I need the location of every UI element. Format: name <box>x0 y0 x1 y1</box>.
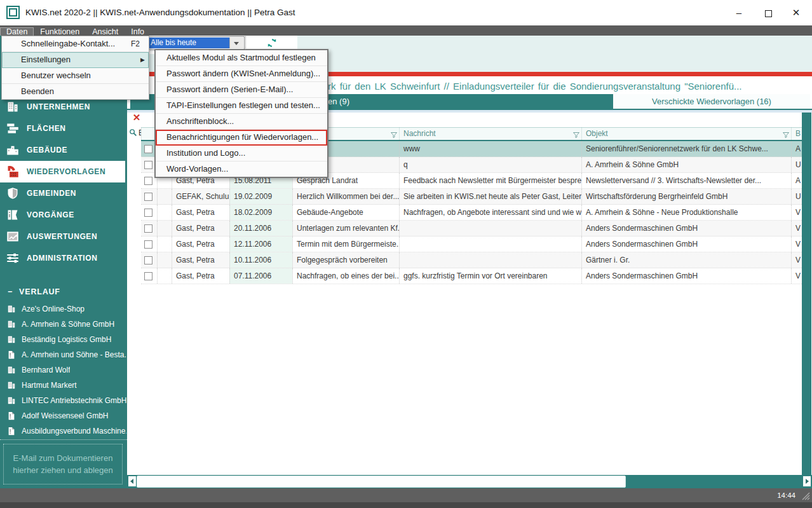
sidebar-module-item[interactable]: GEMEINDEN <box>0 182 127 204</box>
table-row[interactable]: Gast, Petra 20.11.2006 Unterlagen zum re… <box>141 221 802 237</box>
row-checkbox[interactable] <box>144 145 152 153</box>
submenu-item[interactable]: Word-Vorlagen... <box>156 161 327 177</box>
table-row[interactable]: Gast, Petra 18.02.2009 Gebäude-Angebote … <box>141 205 802 221</box>
horizontal-scroll-thumb[interactable] <box>137 476 626 488</box>
cell-subject: Termin mit dem Bürgermeiste... <box>292 237 399 252</box>
row-checkbox[interactable] <box>144 256 152 264</box>
cell-checkbox <box>141 189 157 204</box>
cell-checkbox <box>141 252 157 268</box>
cell-ref: V <box>791 221 802 236</box>
taskbar-edge <box>0 502 812 508</box>
verlauf-item[interactable]: Bernhard Wolf <box>0 362 127 378</box>
sidebar-module-item[interactable]: ADMINISTRATION <box>0 247 127 269</box>
cell-ref: V <box>791 268 802 284</box>
menu-item[interactable]: Schnelleingabe-Kontakt... F2 <box>2 36 149 52</box>
menu-item[interactable]: Einstellungen ▶ <box>2 52 149 68</box>
submenu-item[interactable]: Passwort ändern (KWISnet-Anmeldung)... <box>156 66 327 82</box>
collapse-icon[interactable]: − <box>8 287 13 296</box>
cell-message <box>399 252 581 268</box>
tab-sent-followups[interactable]: Verschickte Wiedervorlagen (16) <box>613 94 810 109</box>
verlauf-item[interactable]: A. Amrhein & Söhne GmbH <box>0 317 127 332</box>
horizontal-scrollbar[interactable] <box>127 475 812 488</box>
submenu-item[interactable]: Benachrichtigungen für Wiedervorlagen... <box>156 130 327 146</box>
cell-icon <box>157 237 172 252</box>
table-row[interactable]: Gast, Petra 10.11.2006 Folgegespräch vor… <box>141 252 802 268</box>
submenu-item[interactable]: Aktuelles Modul als Startmodul festlegen <box>156 50 327 66</box>
cell-icon <box>157 252 172 268</box>
row-checkbox[interactable] <box>144 161 152 169</box>
sidebar-module-item[interactable]: VORGÄNGE <box>0 204 127 226</box>
funnel-icon[interactable] <box>390 131 398 139</box>
submenu-item[interactable]: Institution und Logo... <box>156 146 327 161</box>
cell-ref: U <box>791 189 802 204</box>
cell-date: 19.02.2009 <box>229 189 292 204</box>
row-checkbox[interactable] <box>144 209 152 217</box>
clock: 14:44 <box>777 488 795 502</box>
company-icon <box>7 335 16 344</box>
grip-icon[interactable] <box>801 491 810 500</box>
minimize-button[interactable]: – <box>724 0 754 25</box>
dropdown-arrow-button[interactable] <box>229 38 243 48</box>
table-row[interactable]: GEFAK, Schulu... 19.02.2009 Herzlich Wil… <box>141 189 802 205</box>
scroll-right-arrow[interactable] <box>803 476 811 486</box>
verlauf-item[interactable]: Beständig Logistics GmbH <box>0 332 127 347</box>
daten-menu: Schnelleingabe-Kontakt... F2 Einstellung… <box>1 36 149 100</box>
table-row[interactable]: Gast, Petra 07.11.2006 Nachfragen, ob ei… <box>141 268 802 284</box>
verlauf-item[interactable]: LINTEC Antriebstechnik GmbH <box>0 393 127 408</box>
cell-subject: Nachfragen, ob eines der bei... <box>292 268 399 284</box>
period-filter-dropdown[interactable]: Alle bis heute <box>146 36 245 50</box>
cell-ref: V <box>791 237 802 252</box>
row-checkbox[interactable] <box>144 177 152 185</box>
funnel-icon[interactable] <box>572 131 580 139</box>
verlauf-item-label: A. Amrhein und Söhne - Besta... <box>22 350 126 359</box>
refresh-icon[interactable] <box>266 37 278 49</box>
verlauf-item[interactable]: Hartmut Markert <box>0 378 127 393</box>
app-window: KWIS.net 2020-2 || KWIS.net-Anwendungsdo… <box>0 0 812 508</box>
cell-checkbox <box>141 221 157 236</box>
verlauf-header[interactable]: − VERLAUF <box>8 287 60 296</box>
cell-object: A. Amrhein & Söhne GmbH <box>581 157 791 172</box>
cell-name: Gast, Petra <box>172 237 229 252</box>
vertical-scrollbar[interactable] <box>802 113 811 475</box>
status-bar: 14:44 <box>0 488 812 502</box>
maximize-button[interactable] <box>754 0 783 25</box>
verlauf-item[interactable]: Aze's Online-Shop <box>0 301 127 317</box>
module-label: VORGÄNGE <box>27 210 74 219</box>
row-checkbox[interactable] <box>144 224 152 233</box>
email-drop-zone[interactable]: E-Mail zum Dokumentieren hierher ziehen … <box>3 444 123 484</box>
submenu-item[interactable]: Passwort ändern (Serien-E-Mail)... <box>156 82 327 98</box>
cell-name: Gast, Petra <box>172 205 229 220</box>
sidebar-module-item[interactable]: GEBÄUDE <box>0 139 127 161</box>
menu-item[interactable]: Benutzer wechseln <box>2 68 149 84</box>
submenu-item[interactable]: Anschriftenblock... <box>156 114 327 130</box>
cell-object: Gärtner i. Gr. <box>581 252 791 268</box>
sidebar-module-item[interactable]: AUSWERTUNGEN <box>0 226 127 247</box>
company-icon <box>7 381 16 390</box>
verlauf-item[interactable]: Adolf Weissenseel GmbH <box>0 408 127 423</box>
submenu-item[interactable]: TAPI-Einstellungen festlegen und testen.… <box>156 98 327 114</box>
module-label: GEBÄUDE <box>27 146 67 154</box>
sidebar-module-item[interactable]: WIEDERVORLAGEN <box>0 161 125 182</box>
row-checkbox[interactable] <box>144 240 152 249</box>
funnel-icon[interactable] <box>782 131 790 139</box>
cell-name: Gast, Petra <box>172 221 229 236</box>
row-checkbox[interactable] <box>144 272 152 280</box>
cell-message: ggfs. kurzfristig Termin vor Ort vereinb… <box>399 268 581 284</box>
tab-open-followups-label: en (9) <box>328 94 349 109</box>
scroll-left-arrow[interactable] <box>128 476 136 486</box>
areas-icon <box>6 122 19 135</box>
close-button[interactable]: ✕ <box>782 0 811 25</box>
cell-subject: Gebäude-Angebote <box>292 205 399 220</box>
verlauf-item[interactable]: A. Amrhein und Söhne - Besta... <box>0 347 127 362</box>
row-checkbox[interactable] <box>144 193 152 201</box>
table-row[interactable]: Gast, Petra 12.11.2006 Termin mit dem Bü… <box>141 237 802 252</box>
verlauf-item-label: Aze's Online-Shop <box>22 305 85 313</box>
case-icon <box>7 350 16 359</box>
cell-ref: A <box>791 141 802 156</box>
searchedit-icon[interactable] <box>129 128 137 137</box>
cell-checkbox <box>141 237 157 252</box>
delete-button[interactable]: ✕ <box>131 112 142 123</box>
menu-item[interactable]: Beenden <box>2 84 149 99</box>
sidebar-module-item[interactable]: FLÄCHEN <box>0 118 127 139</box>
verlauf-item[interactable]: Ausbildungsverbund Maschine... <box>0 423 127 439</box>
